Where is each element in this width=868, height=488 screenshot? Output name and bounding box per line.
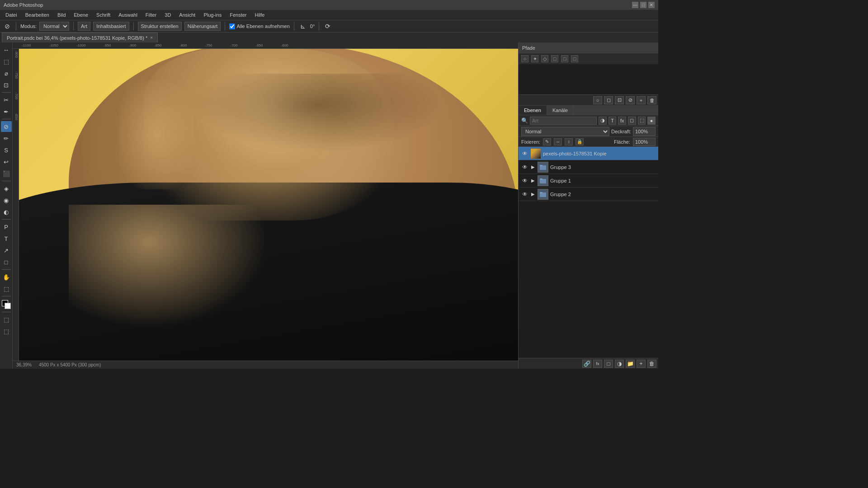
lock-pixels-button[interactable]: ✎	[543, 138, 551, 145]
path-rect1-icon[interactable]: □	[551, 55, 558, 62]
menu-bild[interactable]: Bild	[54, 11, 69, 19]
layer-expand-gruppe1[interactable]: ▶	[530, 178, 536, 183]
alle-ebenen-label[interactable]: Alle Ebenen aufnehmen	[229, 23, 289, 29]
layer-expand-gruppe3[interactable]: ▶	[530, 164, 536, 170]
menu-hilfe[interactable]: Hilfe	[251, 11, 268, 19]
layers-adjustment-button[interactable]: ◑	[615, 360, 624, 368]
menu-schrift[interactable]: Schrift	[93, 11, 114, 19]
layer-row-gruppe2[interactable]: 👁 ▶ Gruppe 2	[519, 188, 658, 201]
move-tool-button[interactable]: ↔	[1, 44, 12, 55]
pen-tool-button[interactable]: P	[1, 221, 12, 232]
healing-tool-button[interactable]: ⊘	[1, 121, 12, 132]
dodge-tool-button[interactable]: ◐	[1, 206, 12, 217]
lock-artboard-button[interactable]: ↕	[565, 138, 573, 145]
lock-all-button[interactable]: 🔒	[576, 138, 584, 145]
opacity-input[interactable]	[633, 127, 656, 136]
layer-row-kopie[interactable]: 👁 pexels-photo-1578531 Kopie	[519, 147, 658, 160]
mode-select[interactable]: Normal	[39, 22, 69, 31]
menu-bearbeiten[interactable]: Bearbeiten	[22, 11, 53, 19]
layers-group-button[interactable]: 📁	[626, 360, 635, 368]
layer-filter-btn5[interactable]: ⬚	[638, 117, 646, 125]
layers-delete-button[interactable]: 🗑	[647, 360, 656, 368]
layers-new-button[interactable]: +	[637, 360, 646, 368]
alle-ebenen-checkbox[interactable]	[229, 23, 235, 29]
layer-expand-gruppe2[interactable]: ▶	[530, 192, 536, 197]
layer-row-gruppe1[interactable]: 👁 ▶ Gruppe 1	[519, 174, 658, 188]
paths-mask-button[interactable]: ⊡	[615, 96, 624, 104]
menu-fenster[interactable]: Fenster	[226, 11, 250, 19]
doc-tab[interactable]: Portrait.psdc bei 36,4% (pexels-photo-15…	[2, 33, 158, 42]
naherungsart-button[interactable]: Näherungsart	[184, 22, 221, 31]
angle-icon: ⊾	[298, 22, 307, 31]
gradient-tool-button[interactable]: ◈	[1, 183, 12, 194]
lasso-tool-button[interactable]: ⌀	[1, 68, 12, 79]
close-tab-button[interactable]: ×	[150, 35, 153, 40]
screen-mode-button[interactable]: ⬚	[1, 326, 12, 337]
menu-3d[interactable]: 3D	[161, 11, 175, 19]
wand-tool-button[interactable]: ⊡	[1, 80, 12, 90]
close-button[interactable]: ✕	[648, 2, 655, 8]
paths-delete-button[interactable]: 🗑	[647, 96, 656, 104]
layers-tabs: Ebenen Kanäle	[519, 106, 658, 115]
paths-stroke-button[interactable]: ◻	[604, 96, 613, 104]
layers-link-button[interactable]: 🔗	[582, 360, 591, 368]
layer-visibility-gruppe2[interactable]: 👁	[521, 191, 528, 198]
layers-mask-button[interactable]: □	[604, 360, 613, 368]
blend-mode-select[interactable]: Normal	[521, 127, 609, 136]
tab-kanaele[interactable]: Kanäle	[547, 106, 574, 115]
inhaltsbasiert-button[interactable]: Inhaltsbasiert	[93, 22, 129, 31]
eyedropper-tool-button[interactable]: ✒	[1, 106, 12, 117]
layers-search-input[interactable]	[530, 117, 597, 125]
layer-filter-btn2[interactable]: T	[609, 117, 617, 125]
menu-filter[interactable]: Filter	[142, 11, 160, 19]
paths-fill-button[interactable]: ○	[593, 96, 602, 104]
paths-selection-button[interactable]: ⊘	[626, 96, 635, 104]
minimize-button[interactable]: —	[632, 2, 638, 8]
canvas-inner[interactable]	[19, 49, 518, 361]
maximize-button[interactable]: □	[640, 2, 646, 8]
layer-visibility-kopie[interactable]: 👁	[521, 150, 528, 157]
layer-filter-btn1[interactable]: ◑	[599, 117, 607, 125]
sep5	[294, 22, 294, 30]
layer-filter-toggle[interactable]: ●	[647, 117, 656, 125]
text-tool-button[interactable]: T	[1, 233, 12, 244]
tab-ebenen[interactable]: Ebenen	[519, 106, 547, 115]
shape-tool-button[interactable]: □	[1, 257, 12, 267]
layers-fx-button[interactable]: fx	[593, 360, 602, 368]
menu-datei[interactable]: Datei	[2, 11, 21, 19]
marquee-tool-button[interactable]: ⬚	[1, 56, 12, 67]
hand-tool-button[interactable]: ✋	[1, 272, 12, 282]
path-rect2-icon[interactable]: □	[561, 55, 568, 62]
blur-tool-button[interactable]: ◉	[1, 195, 12, 206]
menu-ansicht[interactable]: Ansicht	[175, 11, 199, 19]
lock-move-button[interactable]: ↔	[554, 138, 562, 145]
path-diamond-icon[interactable]: ◇	[541, 55, 548, 62]
layer-filter-btn4[interactable]: ◻	[628, 117, 636, 125]
stamp-tool-button[interactable]: S	[1, 145, 12, 155]
layer-filter-btn3[interactable]: fx	[618, 117, 626, 125]
healing-mode-icon[interactable]: ⟳	[323, 22, 332, 31]
layer-row-gruppe3[interactable]: 👁 ▶ Gruppe 3	[519, 160, 658, 174]
window-controls[interactable]: — □ ✕	[632, 2, 655, 8]
paths-new-button[interactable]: +	[637, 96, 646, 104]
background-color[interactable]	[5, 303, 11, 309]
layer-visibility-gruppe1[interactable]: 👁	[521, 177, 528, 184]
brush-tool-button[interactable]: ✏	[1, 133, 12, 144]
path-star-icon[interactable]: ✦	[531, 55, 538, 62]
menu-auswahl[interactable]: Auswahl	[115, 11, 141, 19]
quick-mask-button[interactable]: ⬚	[1, 314, 12, 325]
eraser-tool-button[interactable]: ⬛	[1, 168, 12, 179]
history-tool-button[interactable]: ↩	[1, 156, 12, 167]
menu-ebene[interactable]: Ebene	[70, 11, 92, 19]
struktur-button[interactable]: Struktur erstellen	[138, 22, 182, 31]
fill-input[interactable]	[633, 138, 656, 146]
color-selector[interactable]	[1, 299, 12, 309]
art-button[interactable]: Art	[78, 22, 90, 31]
zoom-tool-button[interactable]: ⬚	[1, 283, 12, 294]
menu-plugins[interactable]: Plug-ins	[200, 11, 225, 19]
path-circle-icon[interactable]: ○	[521, 55, 528, 62]
crop-tool-button[interactable]: ✂	[1, 94, 12, 105]
path-select-tool-button[interactable]: ↗	[1, 245, 12, 256]
path-rect3-icon[interactable]: □	[571, 55, 578, 62]
layer-visibility-gruppe3[interactable]: 👁	[521, 164, 528, 171]
